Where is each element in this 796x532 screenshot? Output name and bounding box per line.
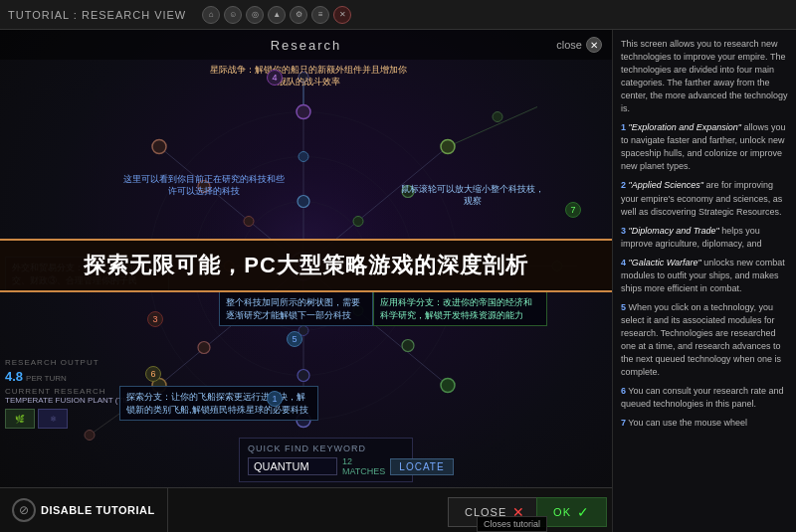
badge-6: 6 [145, 366, 161, 382]
research-header: Research close ✕ [0, 30, 612, 60]
banner: 探索无限可能，PC大型策略游戏的深度剖析 [0, 239, 612, 292]
tip-7: 7 You can use the mouse wheel [621, 417, 788, 430]
right-info-panel: This screen allows you to research new t… [612, 30, 796, 532]
badge-5: 5 [287, 331, 302, 347]
svg-point-19 [297, 105, 310, 119]
tip-3: 3 "Diplomacy and Trade" helps you improv… [621, 225, 788, 251]
mid-tree-tooltip: 整个科技加同所示的树状图，需要逐渐研究才能解锁下一部分科技 [219, 291, 373, 326]
quick-find-label: QUICK FIND KEYWORD [248, 443, 404, 453]
disable-tutorial-button[interactable]: ⊘ DISABLE TUTORIAL [0, 488, 168, 532]
close-x-icon[interactable]: ✕ [586, 37, 602, 53]
scroll-tip-label: 鼠标滚轮可以放大缩小整个科技枝，观察 [398, 184, 547, 207]
exploration-tooltip: 探索分支：让你的飞船探索更远行进更快，解锁新的类别飞船,解锁殖民特殊星球的必要科… [119, 386, 318, 421]
tip-5: 5 When you click on a technology, you se… [621, 301, 788, 379]
svg-point-43 [244, 217, 254, 227]
svg-point-21 [353, 217, 363, 227]
check-icon: ✓ [577, 504, 590, 520]
svg-point-24 [493, 112, 502, 122]
disable-icon: ⊘ [12, 498, 36, 522]
main-container: Research close ✕ [0, 30, 796, 532]
quick-find-input[interactable] [248, 457, 337, 475]
home-icon[interactable]: ⌂ [202, 6, 220, 24]
tip-6: 6 You can consult your research rate and… [621, 385, 788, 411]
badge-1: 1 [267, 391, 283, 407]
svg-point-45 [152, 140, 166, 154]
quick-find-panel: QUICK FIND KEYWORD 12 MATCHES LOCATE [239, 438, 413, 482]
svg-line-13 [448, 107, 537, 147]
closes-tutorial-tooltip: Closes tutorial [477, 516, 547, 532]
tech-icon[interactable]: ⚙ [290, 6, 307, 24]
research-title: Research [10, 38, 602, 53]
applied-sciences-tooltip: 应用科学分支：改进你的帝国的经济和科学研究，解锁开发特殊资源的能力 [373, 291, 547, 326]
fleet-icon[interactable]: ▲ [268, 6, 286, 24]
bottom-bar: ⊘ DISABLE TUTORIAL CLOSE ✕ OK ✓ Closes t… [0, 487, 612, 532]
close-research-button[interactable]: close ✕ [556, 37, 602, 53]
badge-4: 4 [267, 70, 283, 86]
tip-2: 2 "Applied Sciences" are for improving y… [621, 179, 788, 218]
badge-7: 7 [565, 202, 581, 218]
svg-point-33 [298, 370, 309, 382]
title-bar: TUTORIAL : RESEARCH VIEW ⌂ ☺ ◎ ▲ ⚙ ≡ ✕ [0, 0, 796, 30]
close-icon[interactable]: ✕ [333, 6, 351, 24]
tip-4: 4 "Galactic Warfare" unlocks new combat … [621, 257, 788, 295]
match-count: 12 MATCHES [342, 456, 385, 476]
locate-button[interactable]: LOCATE [390, 458, 453, 475]
intro-text: This screen allows you to research new t… [621, 38, 788, 115]
faction-icon[interactable]: ☺ [224, 6, 242, 24]
svg-point-23 [441, 140, 455, 154]
svg-point-30 [402, 340, 414, 352]
disable-tutorial-label: DISABLE TUTORIAL [41, 504, 155, 516]
galactic-warfare-label: 星际战争：解锁你的船只的新额外组件并且增加你舰队的战斗效率 [209, 65, 408, 88]
banner-text: 探索无限可能，PC大型策略游戏的深度剖析 [20, 251, 592, 280]
current-research-label: 这里可以看到你目前正在研究的科技和些许可以选择的科技 [119, 174, 289, 197]
badge-3: 3 [147, 311, 163, 327]
tip-1: 1 "Exploration and Expansion" allows you… [621, 121, 788, 173]
svg-point-17 [298, 196, 309, 208]
research-panel: Research close ✕ [0, 30, 612, 532]
svg-point-31 [441, 379, 455, 393]
settings-icon[interactable]: ≡ [311, 6, 329, 24]
planet-icon[interactable]: ◎ [246, 6, 264, 24]
svg-point-36 [198, 342, 210, 354]
title-bar-text: TUTORIAL : RESEARCH VIEW [8, 9, 186, 21]
svg-point-18 [298, 152, 308, 162]
svg-point-38 [85, 431, 95, 441]
